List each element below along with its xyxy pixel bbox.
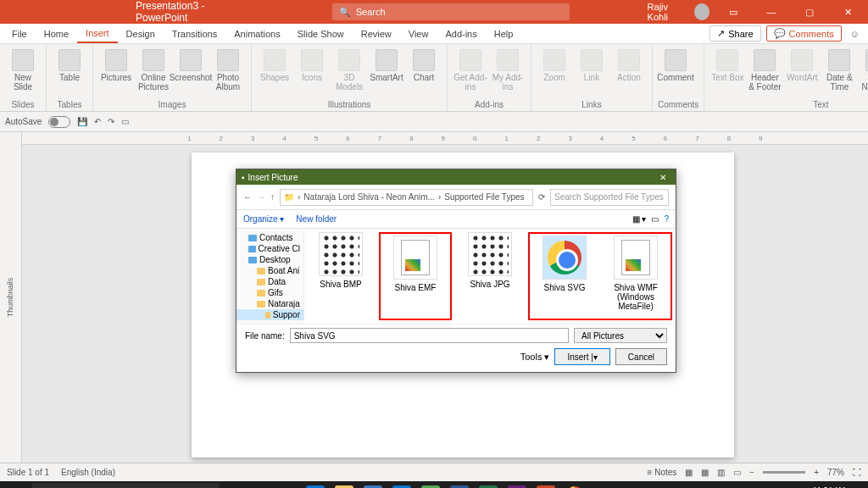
- fit-window-icon[interactable]: ⛶: [853, 468, 861, 477]
- file-item[interactable]: Shiva JPG: [457, 232, 523, 320]
- explorer-icon[interactable]: [331, 481, 358, 488]
- file-filter[interactable]: All Pictures: [574, 328, 667, 343]
- file-item[interactable]: Shiva WMF (Windows MetaFile): [603, 236, 669, 317]
- dialog-search[interactable]: Search Supported File Types: [550, 189, 669, 206]
- undo-icon[interactable]: ↶: [94, 117, 101, 126]
- view-options-icon[interactable]: ▦ ▾: [632, 214, 647, 224]
- new-slide-button[interactable]: New Slide: [5, 46, 41, 92]
- maximize-button[interactable]: ▢: [795, 0, 825, 24]
- normal-view-icon[interactable]: ▦: [685, 468, 693, 477]
- notes-button[interactable]: ≡ Notes: [648, 468, 677, 477]
- edge-icon[interactable]: [302, 481, 329, 488]
- tree-item[interactable]: Data: [236, 276, 303, 287]
- online-pictures-button[interactable]: Online Pictures: [136, 46, 171, 92]
- folder-tree[interactable]: ContactsCreative ClDesktopBoat AniDataGi…: [236, 229, 304, 324]
- zoom-out-icon[interactable]: −: [749, 468, 754, 477]
- tab-slide-show[interactable]: Slide Show: [289, 24, 353, 43]
- breadcrumb[interactable]: 📁 › Nataraja Lord Shiva - Neon Anim... ›…: [280, 189, 533, 206]
- comment-button[interactable]: Comment: [658, 46, 693, 82]
- comments-button[interactable]: 💬 Comments: [766, 25, 842, 42]
- tree-item[interactable]: Boat Ani: [236, 265, 303, 276]
- chrome-icon[interactable]: [561, 481, 588, 488]
- tree-item[interactable]: Creative Cl: [236, 243, 303, 254]
- header-footer-button[interactable]: Header & Footer: [747, 46, 782, 92]
- zoom-in-icon[interactable]: +: [814, 468, 819, 477]
- zoom-slider[interactable]: [763, 471, 805, 474]
- zoom-level[interactable]: 77%: [827, 468, 844, 477]
- taskview-icon[interactable]: ▭: [273, 481, 300, 488]
- tab-transitions[interactable]: Transitions: [164, 24, 225, 43]
- tree-item[interactable]: Desktop: [236, 254, 303, 265]
- save-icon[interactable]: 💾: [77, 117, 87, 126]
- zoom-button[interactable]: Zoom: [537, 46, 572, 82]
- tab-home[interactable]: Home: [36, 24, 77, 43]
- tree-item[interactable]: Suppor: [236, 309, 303, 320]
- word-icon[interactable]: [446, 481, 473, 488]
- tab-file[interactable]: File: [3, 24, 36, 43]
- shapes-button[interactable]: Shapes: [257, 46, 292, 82]
- start-from-beginning-icon[interactable]: ▭: [121, 117, 129, 126]
- new-folder-button[interactable]: New folder: [296, 214, 337, 224]
- store-icon[interactable]: [359, 481, 387, 488]
- app2-icon[interactable]: [504, 481, 531, 488]
- chart-button[interactable]: Chart: [406, 46, 442, 82]
- powerpoint-icon[interactable]: [532, 481, 559, 488]
- reading-view-icon[interactable]: ▥: [717, 468, 725, 477]
- file-item[interactable]: Shiva BMP: [308, 232, 374, 320]
- up-icon[interactable]: ↑: [270, 192, 275, 202]
- textbox-button[interactable]: Text Box: [709, 46, 745, 82]
- tab-add-ins[interactable]: Add-ins: [437, 24, 485, 43]
- mail-icon[interactable]: [388, 481, 415, 488]
- forward-icon[interactable]: →: [257, 192, 265, 202]
- smartart-button[interactable]: SmartArt: [369, 46, 404, 82]
- get-addins-button[interactable]: Get Add-ins: [453, 46, 488, 92]
- back-icon[interactable]: ←: [243, 192, 252, 202]
- start-button[interactable]: [0, 481, 31, 488]
- taskbar-search[interactable]: 🔍 Type here to search: [32, 483, 219, 488]
- minimize-button[interactable]: —: [756, 0, 786, 24]
- pictures-button[interactable]: Pictures: [98, 46, 134, 82]
- slide-number-button[interactable]: Slide Number: [859, 46, 868, 92]
- dialog-close-button[interactable]: ✕: [650, 173, 676, 182]
- cortana-icon[interactable]: ○: [244, 481, 271, 488]
- tab-design[interactable]: Design: [118, 24, 164, 43]
- help-icon[interactable]: ?: [664, 214, 669, 224]
- table-button[interactable]: Table: [52, 46, 87, 82]
- filename-input[interactable]: [290, 328, 569, 343]
- slide-sorter-icon[interactable]: ▦: [701, 468, 709, 477]
- close-button[interactable]: ✕: [833, 0, 863, 24]
- smiley-icon[interactable]: ☺: [850, 29, 860, 39]
- file-item[interactable]: Shiva EMF: [382, 236, 448, 317]
- tab-help[interactable]: Help: [486, 24, 522, 43]
- tree-item[interactable]: Gifs: [236, 287, 303, 298]
- organize-button[interactable]: Organize ▾: [243, 214, 284, 224]
- tab-insert[interactable]: Insert: [77, 24, 118, 43]
- link-button[interactable]: Link: [574, 46, 609, 82]
- 3d-models-button[interactable]: 3D Models: [331, 46, 367, 92]
- action-button[interactable]: Action: [611, 46, 647, 82]
- my-addins-button[interactable]: My Add-ins: [490, 46, 526, 92]
- avatar[interactable]: [694, 3, 709, 20]
- excel-icon[interactable]: [475, 481, 502, 488]
- autosave-toggle[interactable]: [48, 116, 70, 128]
- slideshow-icon[interactable]: ▭: [733, 468, 741, 477]
- search-bar[interactable]: 🔍 Search: [332, 3, 570, 20]
- insert-button[interactable]: Insert |▾: [554, 348, 609, 365]
- icons-button[interactable]: Icons: [294, 46, 330, 82]
- wordart-button[interactable]: WordArt: [784, 46, 820, 82]
- screenshot-button[interactable]: Screenshot: [173, 46, 209, 82]
- ribbon-mode-icon[interactable]: ▭: [718, 0, 748, 24]
- date-time-button[interactable]: Date & Time: [821, 46, 857, 92]
- tab-review[interactable]: Review: [353, 24, 400, 43]
- app-icon[interactable]: [417, 481, 444, 488]
- share-button[interactable]: ↗ Share: [709, 25, 760, 42]
- preview-pane-icon[interactable]: ▭: [651, 214, 659, 224]
- redo-icon[interactable]: ↷: [108, 117, 114, 126]
- tab-animations[interactable]: Animations: [225, 24, 288, 43]
- refresh-icon[interactable]: ⟳: [538, 192, 545, 202]
- thumbnails-pane[interactable]: Thumbnails: [0, 132, 22, 463]
- photo-album-button[interactable]: Photo Album: [210, 46, 246, 92]
- tree-item[interactable]: Nataraja: [236, 298, 303, 309]
- file-item[interactable]: Shiva SVG: [531, 236, 598, 317]
- tree-item[interactable]: Contacts: [236, 232, 303, 243]
